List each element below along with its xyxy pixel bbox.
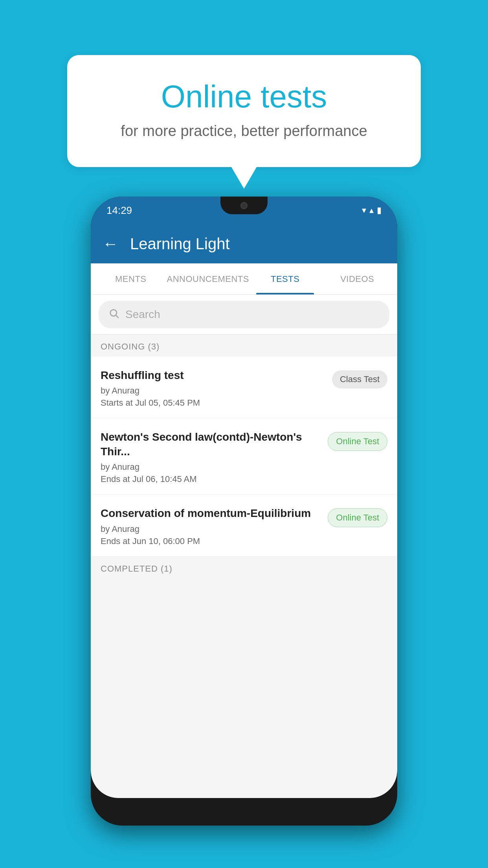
battery-icon: ▮ (377, 205, 382, 215)
tab-assignments[interactable]: MENTS (95, 263, 167, 294)
tab-videos[interactable]: VIDEOS (321, 263, 393, 294)
test-badge-class: Class Test (332, 370, 387, 388)
section-ongoing-title: ONGOING (3) (101, 342, 160, 351)
test-item[interactable]: Conservation of momentum-Equilibrium by … (91, 495, 397, 556)
test-name: Reshuffling test (101, 368, 324, 383)
test-info: Newton's Second law(contd)-Newton's Thir… (101, 430, 328, 484)
phone-screen: MENTS ANNOUNCEMENTS TESTS VIDEOS (91, 263, 397, 798)
search-icon (108, 308, 119, 322)
test-badge-online-2: Online Test (328, 508, 387, 527)
tab-tests[interactable]: TESTS (249, 263, 321, 294)
wifi-icon: ▾ (362, 205, 366, 215)
test-author: by Anurag (101, 462, 320, 472)
svg-line-1 (116, 315, 118, 318)
phone-camera (240, 202, 248, 209)
test-author: by Anurag (101, 386, 324, 396)
app-bar-title: Learning Light (130, 235, 230, 253)
back-button[interactable]: ← (103, 235, 118, 253)
test-time: Ends at Jun 10, 06:00 PM (101, 536, 320, 546)
test-info: Conservation of momentum-Equilibrium by … (101, 506, 328, 546)
app-bar: ← Learning Light (91, 224, 397, 263)
svg-point-0 (110, 309, 117, 316)
test-name: Conservation of momentum-Equilibrium (101, 506, 320, 520)
tab-announcements[interactable]: ANNOUNCEMENTS (167, 263, 249, 294)
speech-bubble-subtitle: for more practice, better performance (99, 123, 389, 140)
test-time: Starts at Jul 05, 05:45 PM (101, 398, 324, 408)
status-bar: 14:29 ▾ ▴ ▮ (91, 197, 397, 224)
speech-bubble-container: Online tests for more practice, better p… (67, 55, 421, 167)
tabs-bar: MENTS ANNOUNCEMENTS TESTS VIDEOS (91, 263, 397, 295)
phone-notch (220, 197, 268, 214)
speech-bubble-title: Online tests (99, 79, 389, 115)
test-item[interactable]: Reshuffling test by Anurag Starts at Jul… (91, 357, 397, 418)
test-author: by Anurag (101, 524, 320, 534)
phone-frame: 14:29 ▾ ▴ ▮ ← Learning Light MENTS (91, 197, 397, 826)
test-info: Reshuffling test by Anurag Starts at Jul… (101, 368, 332, 408)
search-container: Search (91, 295, 397, 335)
test-list: Reshuffling test by Anurag Starts at Jul… (91, 357, 397, 557)
section-completed-header: COMPLETED (1) (91, 557, 397, 579)
speech-bubble: Online tests for more practice, better p… (67, 55, 421, 167)
signal-icon: ▴ (369, 205, 374, 215)
search-bar[interactable]: Search (99, 301, 389, 328)
section-ongoing-header: ONGOING (3) (91, 335, 397, 357)
test-item[interactable]: Newton's Second law(contd)-Newton's Thir… (91, 418, 397, 495)
search-placeholder: Search (125, 308, 160, 321)
status-time: 14:29 (106, 204, 132, 217)
section-completed-title: COMPLETED (1) (101, 564, 172, 574)
test-badge-online: Online Test (328, 432, 387, 451)
test-name: Newton's Second law(contd)-Newton's Thir… (101, 430, 320, 459)
test-time: Ends at Jul 06, 10:45 AM (101, 474, 320, 484)
status-icons: ▾ ▴ ▮ (362, 205, 382, 215)
